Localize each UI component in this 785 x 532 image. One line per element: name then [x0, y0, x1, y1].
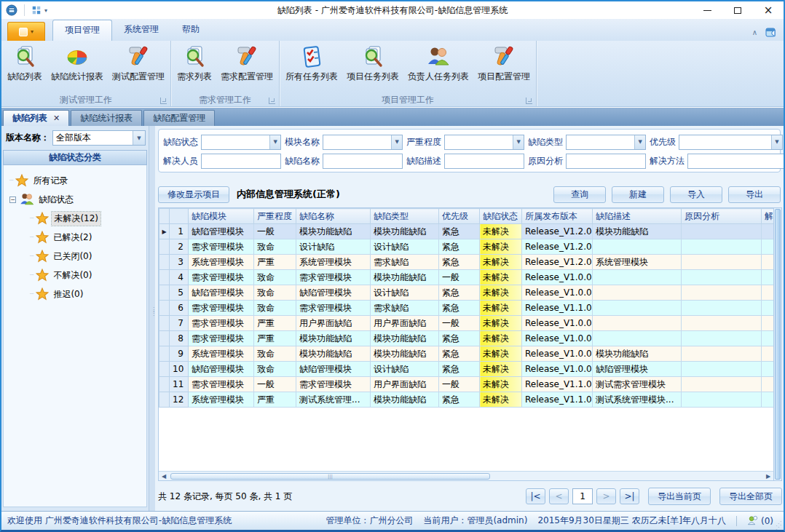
table-cell-缺陷名称[interactable]: 用户界面缺陷	[296, 316, 371, 331]
table-cell-缺陷状态[interactable]: 未解决	[480, 255, 522, 270]
filter-dropdown-缺陷类型[interactable]: ▼	[566, 135, 646, 150]
chevron-down-icon[interactable]: ▼	[634, 135, 645, 149]
action-button-查询[interactable]: 查询	[553, 186, 606, 203]
table-cell-解决方法[interactable]	[762, 285, 774, 301]
table-cell-缺陷描述[interactable]: 测试需求管理模块	[593, 377, 682, 392]
table-cell-缺陷状态[interactable]: 未解决	[480, 270, 522, 285]
table-cell-缺陷名称[interactable]: 需求管理模块	[296, 377, 371, 392]
help-icon[interactable]	[765, 26, 776, 38]
table-cell-缺陷名称[interactable]: 需求管理模块	[296, 270, 371, 285]
table-cell-严重程度[interactable]: 一般	[254, 377, 296, 392]
dialog-launcher-icon[interactable]	[269, 98, 275, 104]
table-cell-缺陷名称[interactable]: 测试系统管理...	[296, 392, 371, 408]
table-cell-缺陷类型[interactable]: 模块功能缺陷	[371, 224, 439, 239]
table-cell-缺陷名称[interactable]: 缺陷管理模块	[296, 285, 371, 301]
collapse-expander-icon[interactable]: −	[9, 196, 16, 203]
table-cell-所属发布版本[interactable]: Release_V1.0.0	[522, 270, 593, 285]
table-row[interactable]: 6需求管理模块致命需求管理模块需求缺陷紧急未解决Release_V1.1.0	[159, 301, 774, 316]
filter-input-解决人员[interactable]	[201, 154, 281, 169]
tree-item-推迟(0)[interactable]: ┈推迟(0)	[4, 285, 146, 303]
filter-value-input[interactable]	[445, 135, 513, 149]
table-cell-优先级[interactable]: 紧急	[439, 346, 480, 362]
vertical-scrollbar-thumb[interactable]	[775, 209, 781, 480]
tree-item-已关闭(0)[interactable]: ┈已关闭(0)	[4, 247, 146, 266]
table-cell-缺陷名称[interactable]: 模块功能缺陷	[296, 331, 371, 346]
table-cell-严重程度[interactable]: 致命	[254, 285, 296, 301]
table-cell-解决方法[interactable]	[762, 255, 774, 270]
table-row[interactable]: 4需求管理模块致命需求管理模块模块功能缺陷一般未解决Release_V1.0.0	[159, 270, 774, 285]
table-cell-缺陷描述[interactable]: 模块功能缺陷	[593, 346, 682, 362]
tree-item-缺陷状态[interactable]: −缺陷状态	[4, 190, 146, 209]
action-button-导出[interactable]: 导出	[728, 186, 781, 203]
table-cell-解决方法[interactable]	[762, 239, 774, 255]
table-cell-解决方法[interactable]	[762, 224, 774, 239]
ribbon-button-缺陷列表[interactable]: 缺陷列表	[3, 43, 47, 84]
table-cell-严重程度[interactable]: 致命	[254, 239, 296, 255]
table-cell-缺陷类型[interactable]: 模块功能缺陷	[371, 392, 439, 408]
action-button-新建[interactable]: 新建	[612, 186, 664, 203]
table-cell-所属发布版本[interactable]: Release_V1.1.0	[522, 377, 593, 392]
table-row[interactable]: 9系统管理模块致命模块功能缺陷模块功能缺陷紧急未解决Release_V1.0.0…	[159, 346, 774, 362]
filter-value-input[interactable]	[679, 135, 771, 149]
filter-input-原因分析[interactable]	[566, 154, 646, 169]
table-cell-缺陷状态[interactable]: 未解决	[480, 239, 522, 255]
table-cell-优先级[interactable]: 紧急	[439, 362, 480, 377]
table-cell-原因分析[interactable]	[682, 392, 762, 408]
scroll-right-icon[interactable]: ▶	[763, 473, 773, 480]
ribbon-button-需求列表[interactable]: 需求列表	[173, 43, 216, 84]
modify-display-items-button[interactable]: 修改显示项目	[158, 186, 229, 203]
table-cell-解决方法[interactable]	[762, 316, 774, 331]
table-row[interactable]: 10缺陷管理模块致命缺陷管理模块设计缺陷紧急未解决Release_V1.0.0缺…	[159, 362, 774, 377]
filter-value-input[interactable]	[567, 154, 645, 168]
column-header-解决方法[interactable]: 解决方法	[762, 209, 774, 224]
table-cell-缺陷模块[interactable]: 缺陷管理模块	[189, 285, 254, 301]
tree-item-所有记录[interactable]: ┈所有记录	[4, 171, 146, 190]
column-header-严重程度[interactable]: 严重程度	[254, 209, 296, 224]
table-cell-缺陷类型[interactable]: 需求缺陷	[371, 255, 439, 270]
filter-input-缺陷名称[interactable]	[323, 154, 403, 169]
ribbon-button-项目配置管理[interactable]: 项目配置管理	[473, 43, 534, 84]
table-cell-原因分析[interactable]	[682, 255, 762, 270]
ribbon-button-测试配置管理[interactable]: 测试配置管理	[108, 43, 169, 84]
filter-value-input[interactable]	[323, 154, 402, 168]
table-cell-原因分析[interactable]	[682, 224, 762, 239]
horizontal-scrollbar-thumb[interactable]: |||	[170, 473, 490, 480]
table-cell-优先级[interactable]: 紧急	[439, 331, 480, 346]
table-cell-缺陷描述[interactable]	[593, 285, 682, 301]
ribbon-tab-系统管理[interactable]: 系统管理	[112, 20, 170, 41]
table-cell-缺陷名称[interactable]: 模块功能缺陷	[296, 346, 371, 362]
table-cell-优先级[interactable]: 紧急	[439, 255, 480, 270]
table-cell-缺陷模块[interactable]: 需求管理模块	[189, 331, 254, 346]
last-page-button[interactable]: >|	[620, 488, 639, 504]
table-cell-缺陷状态[interactable]: 未解决	[480, 362, 522, 377]
table-cell-优先级[interactable]: 一般	[439, 377, 480, 392]
table-cell-原因分析[interactable]	[682, 331, 762, 346]
table-cell-缺陷描述[interactable]: 系统管理模块	[593, 255, 682, 270]
table-cell-缺陷描述[interactable]	[593, 316, 682, 331]
table-cell-所属发布版本[interactable]: Release_V1.0.0	[522, 285, 593, 301]
table-cell-缺陷状态[interactable]: 未解决	[480, 331, 522, 346]
table-cell-缺陷类型[interactable]: 设计缺陷	[371, 239, 439, 255]
table-cell-优先级[interactable]: 紧急	[439, 224, 480, 239]
table-cell-优先级[interactable]: 紧急	[439, 392, 480, 408]
next-page-button[interactable]: >	[596, 488, 616, 504]
table-cell-所属发布版本[interactable]: Release_V1.2.0	[522, 255, 593, 270]
filter-dropdown-缺陷状态[interactable]: ▼	[201, 135, 281, 150]
tree-item-未解决(12)[interactable]: ┈未解决(12)	[4, 209, 146, 228]
table-cell-所属发布版本[interactable]: Release_V1.0.0	[522, 316, 593, 331]
table-cell-严重程度[interactable]: 致命	[254, 346, 296, 362]
filter-value-input[interactable]	[323, 135, 391, 149]
table-row[interactable]: 11需求管理模块一般需求管理模块用户界面缺陷一般未解决Release_V1.1.…	[159, 377, 774, 392]
table-cell-缺陷名称[interactable]: 模块功能缺陷	[296, 224, 371, 239]
table-cell-缺陷状态[interactable]: 未解决	[480, 285, 522, 301]
chevron-down-icon[interactable]: ▾	[44, 7, 47, 14]
table-cell-缺陷名称[interactable]: 设计缺陷	[296, 239, 371, 255]
chevron-down-icon[interactable]: ▼	[269, 135, 280, 149]
table-cell-缺陷类型[interactable]: 模块功能缺陷	[371, 331, 439, 346]
table-cell-原因分析[interactable]	[682, 285, 762, 301]
column-header-缺陷类型[interactable]: 缺陷类型	[371, 209, 439, 224]
filter-value-input[interactable]	[688, 154, 785, 168]
table-cell-缺陷模块[interactable]: 需求管理模块	[189, 377, 254, 392]
table-cell-缺陷状态[interactable]: 未解决	[480, 316, 522, 331]
tree-item-不解决(0)[interactable]: ┈不解决(0)	[4, 266, 146, 285]
